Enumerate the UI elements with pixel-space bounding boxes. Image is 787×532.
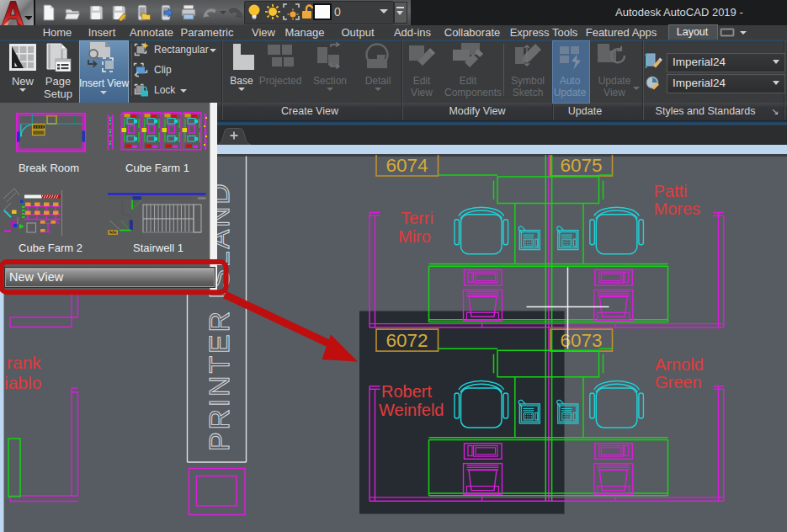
- svg-text:Arnold: Arnold: [655, 355, 704, 374]
- svg-text:Robert: Robert: [381, 382, 432, 401]
- svg-text:6073: 6073: [560, 330, 602, 351]
- svg-text:6074: 6074: [386, 155, 428, 176]
- svg-text:Terri: Terri: [401, 209, 433, 227]
- svg-text:rank: rank: [7, 353, 41, 372]
- svg-text:Weinfeld: Weinfeld: [379, 401, 444, 419]
- svg-text:Patti: Patti: [654, 182, 688, 200]
- svg-text:Mores: Mores: [654, 200, 701, 218]
- svg-text:6072: 6072: [386, 330, 428, 351]
- svg-text:iablo: iablo: [4, 373, 41, 392]
- svg-text:Miro: Miro: [398, 227, 431, 246]
- svg-text:Green: Green: [655, 373, 702, 391]
- svg-text:6075: 6075: [560, 155, 602, 176]
